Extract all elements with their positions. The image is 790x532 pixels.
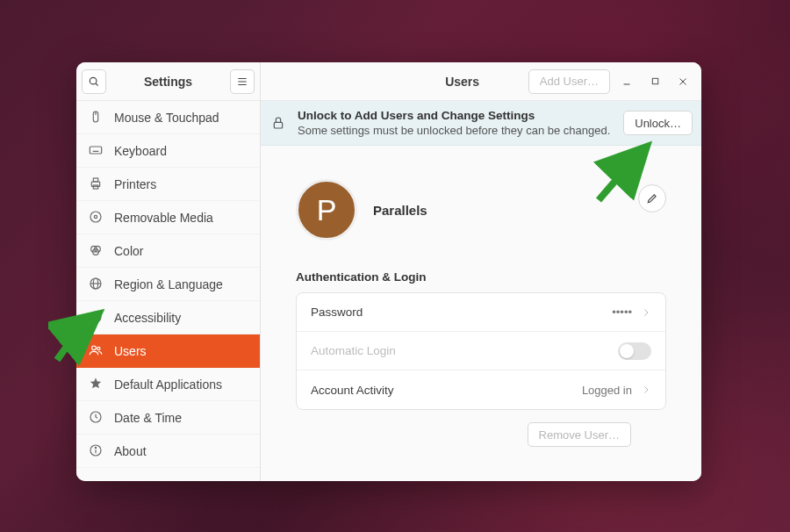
svg-rect-15 — [93, 185, 97, 189]
sidebar-item-label: Removable Media — [114, 211, 213, 225]
add-user-label: Add User… — [540, 75, 599, 88]
sidebar-item-region-language[interactable]: Region & Language — [76, 268, 260, 301]
sidebar-item-label: Mouse & Touchpad — [114, 111, 219, 125]
row-label: Account Activity — [311, 384, 573, 397]
sidebar-item-printers[interactable]: Printers — [76, 168, 260, 201]
remove-user-label: Remove User… — [539, 428, 620, 442]
keyboard-icon — [89, 143, 104, 158]
automatic-login-toggle[interactable] — [618, 342, 651, 360]
minimize-icon — [621, 76, 632, 87]
add-user-button[interactable]: Add User… — [528, 69, 610, 94]
row-account-activity[interactable]: Account Activity Logged in — [297, 370, 665, 409]
row-automatic-login: Automatic Login — [297, 332, 665, 370]
users-icon — [89, 343, 104, 358]
banner-title: Unlock to Add Users and Change Settings — [298, 108, 613, 124]
unlock-banner: Unlock to Add Users and Change Settings … — [261, 101, 701, 146]
settings-window: Settings Mouse & Touchpad Keyboard — [76, 62, 701, 481]
sidebar-item-label: Users — [114, 344, 147, 358]
svg-point-25 — [95, 313, 97, 315]
sidebar-item-default-applications[interactable]: Default Applications — [76, 368, 260, 401]
sidebar-item-label: Default Applications — [114, 377, 222, 392]
sidebar-item-label: Color — [114, 244, 143, 258]
svg-rect-7 — [90, 147, 101, 154]
svg-point-26 — [92, 346, 97, 350]
sidebar-item-date-time[interactable]: Date & Time — [76, 401, 260, 435]
row-password[interactable]: Password ••••• — [297, 293, 665, 332]
close-icon — [678, 76, 688, 87]
avatar[interactable]: P — [296, 179, 357, 241]
clock-icon — [89, 410, 104, 425]
minimize-button[interactable] — [615, 70, 638, 93]
info-icon — [89, 443, 104, 458]
footer: Remove User… — [296, 410, 666, 447]
lock-icon — [269, 116, 287, 130]
printer-icon — [89, 176, 104, 191]
svg-rect-14 — [93, 178, 97, 182]
sidebar-item-color[interactable]: Color — [76, 234, 260, 268]
sidebar-item-label: Printers — [114, 177, 156, 191]
banner-subtitle: Some settings must be unlocked before th… — [298, 124, 613, 139]
password-value: ••••• — [612, 306, 632, 319]
svg-point-17 — [94, 215, 97, 218]
sidebar-item-removable-media[interactable]: Removable Media — [76, 201, 260, 234]
star-icon — [89, 377, 104, 392]
svg-line-1 — [96, 83, 98, 85]
sidebar-item-label: Date & Time — [114, 411, 182, 425]
pencil-icon — [646, 192, 658, 205]
sidebar-item-accessibility[interactable]: Accessibility — [76, 301, 260, 334]
sidebar-item-label: About — [114, 444, 147, 458]
globe-icon — [89, 277, 104, 291]
row-label: Password — [311, 306, 603, 319]
maximize-button[interactable] — [643, 70, 666, 93]
hamburger-button[interactable] — [230, 69, 255, 94]
hamburger-icon — [236, 75, 248, 88]
activity-value: Logged in — [582, 384, 632, 397]
svg-rect-33 — [652, 78, 657, 83]
sidebar-item-label: Accessibility — [114, 311, 181, 325]
content: P Parallels Authentication & Login Passw… — [261, 146, 701, 481]
sidebar-item-about[interactable]: About — [76, 435, 260, 468]
auth-section-title: Authentication & Login — [296, 270, 666, 284]
user-header: P Parallels — [296, 179, 666, 241]
search-icon — [88, 75, 100, 88]
settings-sidebar: Settings Mouse & Touchpad Keyboard — [76, 62, 261, 481]
svg-point-0 — [90, 77, 97, 84]
banner-text: Unlock to Add Users and Change Settings … — [298, 108, 613, 138]
media-icon — [89, 210, 104, 225]
sidebar-list: Mouse & Touchpad Keyboard Printers Remov… — [76, 101, 260, 481]
sidebar-item-mouse-touchpad[interactable]: Mouse & Touchpad — [76, 101, 260, 134]
sidebar-title: Settings — [110, 75, 226, 89]
svg-point-16 — [90, 212, 101, 222]
svg-point-27 — [97, 347, 100, 349]
close-button[interactable] — [672, 70, 694, 93]
accessibility-icon — [89, 310, 104, 325]
main-panel: Users Add User… Unlock to Add Users and … — [261, 62, 701, 481]
user-display-name: Parallels — [373, 203, 427, 218]
sidebar-item-keyboard[interactable]: Keyboard — [76, 134, 260, 168]
page-title: Users — [401, 75, 522, 89]
chevron-right-icon — [641, 385, 651, 395]
remove-user-button[interactable]: Remove User… — [528, 422, 631, 447]
maximize-icon — [650, 76, 660, 86]
chevron-right-icon — [641, 307, 651, 318]
svg-rect-36 — [274, 123, 282, 129]
search-button[interactable] — [82, 69, 106, 94]
main-header: Users Add User… — [261, 62, 701, 101]
sidebar-item-label: Keyboard — [114, 144, 167, 158]
sidebar-item-users[interactable]: Users — [76, 334, 260, 368]
color-icon — [89, 243, 104, 258]
sidebar-item-label: Region & Language — [114, 277, 223, 291]
unlock-button[interactable]: Unlock… — [623, 111, 693, 135]
sidebar-header: Settings — [76, 62, 260, 101]
row-label: Automatic Login — [311, 344, 609, 357]
mouse-icon — [89, 110, 104, 125]
auth-rows: Password ••••• Automatic Login Account A… — [296, 292, 666, 410]
svg-point-31 — [95, 447, 96, 448]
unlock-button-label: Unlock… — [635, 117, 681, 130]
